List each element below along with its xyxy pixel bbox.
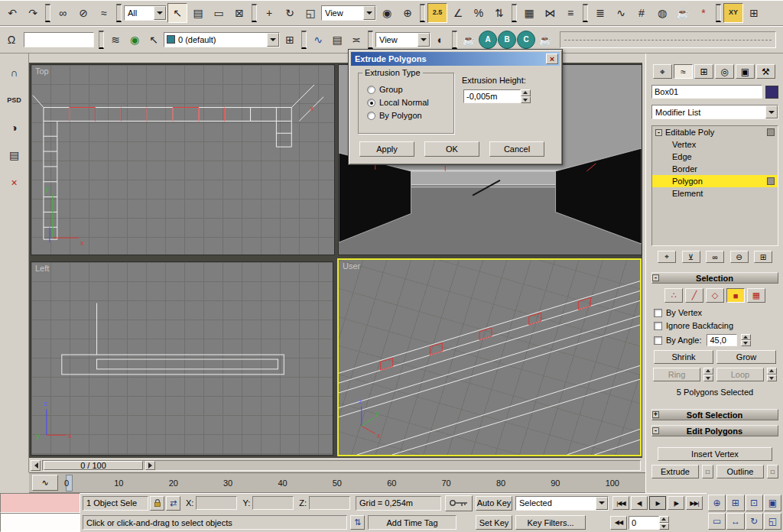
stack-item-polygon[interactable]: Polygon (652, 175, 778, 187)
view-dropdown[interactable]: View (375, 32, 430, 47)
key-mode-toggle-icon[interactable]: ◀◀ (610, 516, 627, 530)
element-mode-icon[interactable]: ▦ (747, 288, 765, 303)
rect-selection-region-icon[interactable]: ▭ (209, 3, 229, 23)
x-coordinate-field[interactable] (196, 496, 237, 510)
selection-filter-dropdown[interactable]: All (124, 5, 167, 21)
select-by-name-icon[interactable]: ▤ (188, 3, 208, 23)
insert-vertex-button[interactable]: Insert Vertex (658, 447, 772, 461)
zoom-extents-icon[interactable]: ⊡ (746, 495, 763, 511)
layer-manager-icon[interactable]: ≣ (590, 3, 610, 23)
next-frame-icon[interactable]: |▶ (668, 496, 684, 510)
viewport-left[interactable]: Left z x y (31, 261, 333, 456)
time-slider-step-back-icon[interactable] (31, 460, 41, 471)
motion-mixer-icon[interactable]: ≍ (347, 31, 366, 49)
show-end-result-icon[interactable]: ⊻ (682, 251, 700, 263)
shrink-button[interactable]: Shrink (654, 350, 713, 364)
use-pivot-center-icon[interactable]: ◉ (377, 3, 397, 23)
viewport-user-label[interactable]: User (343, 261, 360, 271)
window-crossing-icon[interactable]: ⊠ (229, 3, 249, 23)
set-key-button[interactable]: Set Key (476, 515, 512, 530)
stack-item-element[interactable]: Element (652, 187, 778, 200)
open-curve-editor-icon[interactable]: ∿ (309, 31, 327, 49)
viewport-top-label[interactable]: Top (35, 66, 49, 76)
open-mini-curve-editor-icon[interactable]: ∿ (32, 475, 58, 491)
viewport-user-active[interactable]: User (337, 258, 642, 456)
create-tab-icon[interactable]: ⌖ (653, 64, 672, 79)
mirror-icon[interactable]: ⋈ (540, 3, 560, 23)
modify-tab-icon[interactable]: ≈ (674, 64, 693, 79)
grow-button[interactable]: Grow (716, 350, 776, 364)
dialog-titlebar[interactable]: Extrude Polygons × (351, 52, 560, 66)
local-normal-radio[interactable] (367, 99, 375, 107)
ring-spinner[interactable] (703, 368, 713, 381)
select-objects-in-layer-icon[interactable]: ↖ (145, 31, 163, 49)
frame-spinner[interactable] (659, 516, 669, 530)
by-vertex-checkbox[interactable] (654, 309, 662, 317)
material-editor-icon[interactable]: ◍ (652, 3, 672, 23)
time-slider-track[interactable]: 0 / 100 (42, 460, 641, 471)
selection-lock-icon[interactable] (150, 496, 164, 511)
go-to-end-icon[interactable]: ▶▶| (686, 496, 703, 510)
loop-spinner[interactable] (767, 368, 777, 381)
region-zoom-icon[interactable]: ▭ (708, 513, 726, 530)
extrusion-height-spinner[interactable] (521, 89, 531, 103)
unlink-selection-icon[interactable]: ⊘ (73, 3, 93, 23)
prompt-arrows-icon[interactable]: ⇅ (350, 515, 365, 530)
align-icon[interactable]: ≡ (560, 3, 580, 23)
render-preset-c-icon[interactable]: C (517, 31, 535, 49)
modifier-enable-chip[interactable] (767, 128, 775, 136)
by-angle-spinner[interactable] (741, 334, 751, 346)
border-mode-icon[interactable]: ◇ (706, 288, 724, 303)
snap-extra-icon[interactable]: ⊞ (744, 3, 764, 23)
display-quality-icon[interactable]: ◐ (431, 31, 450, 49)
select-and-manipulate-icon[interactable]: ⊕ (398, 3, 417, 23)
track-bar[interactable]: ∿ 0102030405060708090100 (29, 472, 645, 493)
zoom-extents-all-icon[interactable]: ▣ (764, 495, 781, 511)
quick-render-icon[interactable]: ☕ (536, 31, 554, 49)
notes-tool-icon[interactable]: ▤ (4, 145, 25, 165)
undo-icon[interactable]: ↶ (2, 3, 22, 23)
dropdown-arrow-icon[interactable] (267, 33, 279, 47)
percent-snap-icon[interactable]: % (469, 3, 489, 23)
by-angle-checkbox[interactable] (654, 336, 662, 345)
spinner-snap-icon[interactable]: ⇅ (489, 3, 509, 23)
stack-item-border[interactable]: Border (652, 163, 778, 175)
outline-button[interactable]: Outline (716, 465, 764, 478)
configure-modifier-sets-icon[interactable]: ⊞ (754, 251, 772, 263)
go-to-start-icon[interactable]: |◀◀ (612, 496, 629, 510)
object-name-field[interactable] (651, 85, 762, 99)
edit-named-selections-icon[interactable]: ▦ (519, 3, 539, 23)
apply-button[interactable]: Apply (359, 141, 414, 157)
dropdown-arrow-icon[interactable] (765, 105, 778, 118)
ring-button[interactable]: Ring (653, 368, 700, 381)
z-coordinate-field[interactable] (309, 496, 350, 510)
select-and-rotate-icon[interactable]: ↻ (280, 3, 300, 23)
bind-to-space-warp-icon[interactable]: ≈ (94, 3, 114, 23)
arc-rotate-icon[interactable]: ↻ (746, 513, 763, 530)
collapse-icon[interactable]: - (655, 129, 662, 136)
select-and-move-icon[interactable]: + (259, 3, 279, 23)
headphones-tool-icon[interactable]: ∩ (4, 63, 25, 83)
loop-button[interactable]: Loop (716, 368, 764, 381)
display-tab-icon[interactable]: ▣ (736, 64, 755, 79)
delete-tool-icon[interactable]: × (4, 173, 25, 193)
maxscript-mini-listener[interactable] (0, 493, 80, 532)
ok-button[interactable]: OK (424, 141, 479, 157)
previous-frame-icon[interactable]: ◀| (631, 496, 648, 510)
dropdown-arrow-icon[interactable] (154, 6, 166, 20)
extrude-button[interactable]: Extrude (651, 465, 699, 478)
ignore-backfacing-checkbox[interactable] (654, 322, 662, 330)
named-selection-set-field[interactable] (24, 32, 94, 47)
remove-modifier-icon[interactable]: ⊖ (730, 251, 749, 263)
object-color-swatch[interactable] (765, 86, 778, 99)
time-slider-handle[interactable]: 0 / 100 (44, 461, 143, 470)
psd-exporter-icon[interactable]: PSD (4, 90, 25, 110)
schematic-view-icon[interactable]: # (632, 3, 651, 23)
hierarchy-tab-icon[interactable]: ⊞ (694, 64, 713, 79)
pan-view-icon[interactable]: ↔ (726, 513, 744, 530)
select-and-scale-icon[interactable]: ◱ (301, 3, 320, 23)
zoom-icon[interactable]: ⊕ (708, 495, 726, 511)
motion-tab-icon[interactable]: ◎ (715, 64, 734, 79)
polygon-mode-icon[interactable]: ■ (726, 288, 745, 303)
cancel-button[interactable]: Cancel (489, 141, 544, 157)
